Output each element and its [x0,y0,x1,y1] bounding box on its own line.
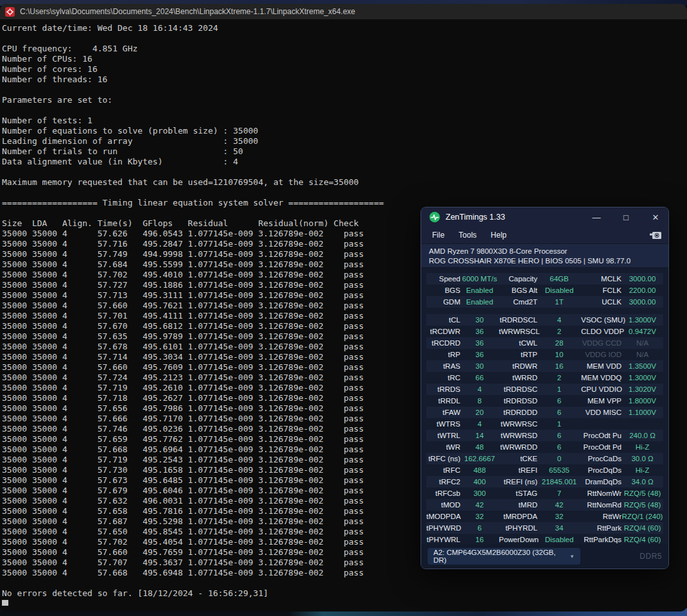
timing-label: tRCDRD [426,337,460,349]
timing-value: 42 [537,499,581,511]
timing-label: tMRD [499,499,537,511]
console-window-title: C:\Users\sylva\Documents\Documents_2024\… [20,7,355,16]
timing-label: VDD MISC [581,407,622,418]
timings-row: tRRDS4tRDRDSC1CPU VDDIO1.3020V [426,383,663,395]
timing-label: ProcOdt Pu [581,430,622,441]
timing-label: RttNomWr [581,488,622,499]
timing-value: 2200.00 [622,285,663,296]
timings-row: BGSEnabledBGS AltDisabledFCLK2200.00 [426,285,663,296]
timing-label: tRP [426,349,460,360]
timing-label: MEM VDD [581,360,622,372]
timing-label: Speed [426,273,460,285]
minimize-button[interactable]: — [587,209,606,225]
system-info-panel: AMD Ryzen 7 9800X3D 8-Core Processor ROG… [421,243,668,268]
timing-label: tSTAG [499,488,537,499]
memory-speed-table: Speed6000 MT/sCapacity64GBMCLK3000.00BGS… [426,273,663,308]
timing-value: 1.3500V [622,360,663,372]
timing-label: tRC [426,372,460,383]
timing-value: Enabled [460,296,499,308]
zentimings-statusbar: A2: CMP64GX5M2B6000Z30 (32GB, DR) ▼ DDR5 [421,544,668,568]
timing-label: ProcDqDs [581,464,622,476]
timings-row: tMOD42tMRD42RttNomRdRZQ/5 (48) [426,499,663,511]
timings-row: tCL30tRDRDSCL4VSOC (SMU)1.3000V [426,314,663,326]
timing-label: MCLK [581,273,622,285]
timing-value: 0.9472V [622,326,663,337]
timing-value: 34 [537,522,581,534]
timing-label: MEM VPP [581,395,622,407]
close-button[interactable]: ✕ [646,209,665,225]
timing-value: N/A [622,349,663,360]
timing-label: VSOC (SMU) [581,314,622,326]
timing-label: tRFCsb [426,488,460,499]
timing-value: 30 [460,360,499,372]
timing-value: 6 [537,430,581,441]
timing-value: 7 [537,488,581,499]
timing-label: tMRDPDA [499,511,537,522]
timing-value: 162.6667 [460,453,499,464]
timing-label: FCLK [581,285,622,296]
timing-label: VDDG CCD [581,337,622,349]
terminal-cursor [2,600,8,606]
timing-label: tRRDS [426,383,460,395]
timing-value: 36 [460,337,499,349]
timing-label: RttPark [581,522,622,534]
timing-label: tRFC [426,464,460,476]
timing-label: tWRWRSC [499,418,537,430]
timing-label: tRDRDDD [499,407,537,418]
timing-value: 2 [537,326,581,337]
timing-value: Hi-Z [622,464,663,476]
menu-file[interactable]: File [425,231,451,240]
timing-value: 6 [460,522,499,534]
timings-row: tWTRS4tWRWRSC1 [426,418,663,430]
timing-value: RZQ/5 (48) [622,499,663,511]
timing-value: RZQ/1 (240) [622,511,663,522]
timing-label: tRDRDSD [499,395,537,407]
timing-label: BGS [426,285,460,296]
menu-help[interactable]: Help [483,231,514,240]
timing-value: 28 [537,337,581,349]
timing-value: 1T [537,296,581,308]
timing-value: 30 [460,314,499,326]
timings-row: GDMEnabledCmd2T1TUCLK3000.00 [426,296,663,308]
timing-value: 8 [460,395,499,407]
timing-value: RZQ/5 (48) [622,488,663,499]
menu-tools[interactable]: Tools [451,231,483,240]
timing-label: tFAW [426,407,460,418]
timing-value: Enabled [460,285,499,296]
timing-label: tMOD [426,499,460,511]
timing-value: 64GB [537,273,581,285]
timing-label: tRFC2 [426,476,460,488]
timing-value: 6 [537,441,581,453]
timing-label: tWRWRSCL [499,326,537,337]
timings-row: tRFC488tREFI65535ProcDqDsHi-Z [426,464,663,476]
timing-label: tCL [426,314,460,326]
timing-label: tWTRL [426,430,460,441]
timing-label: tRDRDSC [499,383,537,395]
timing-value: 1.3000V [622,314,663,326]
timing-value: 48 [460,441,499,453]
timings-row: tRFC2400tREFI (ns)21845.001DramDqDs34.0 … [426,476,663,488]
timing-label: tWTRS [426,418,460,430]
screenshot-camera-icon[interactable] [650,231,662,240]
maximize-button[interactable]: □ [616,209,636,225]
zentimings-app-icon [429,211,440,223]
zentimings-titlebar[interactable]: ZenTimings 1.33 — □ ✕ [421,207,668,227]
cpu-name: AMD Ryzen 7 9800X3D 8-Core Processor [429,247,661,256]
timings-row: tRFC (ns)162.6667tCKE0ProcCaDs30.0 Ω [426,453,663,464]
timing-label: tWRWRSD [499,430,537,441]
timings-row: tWTRL14tWRWRSD6ProcOdt Pu240.0 Ω [426,430,663,441]
timing-value: 1.3000V [622,372,663,383]
timing-label: tCWL [499,337,537,349]
console-titlebar[interactable]: C:\Users\sylva\Documents\Documents_2024\… [0,4,687,19]
timing-value: 4 [460,418,499,430]
timings-row: tWR48tWRWRDD6ProcOdt PdHi-Z [426,441,663,453]
timing-label: RttWr [581,511,622,522]
timing-value: 30.0 Ω [622,453,663,464]
timings-row: tRC66tWRRD2MEM VDDQ1.3000V [426,372,663,383]
timing-value: 16 [537,360,581,372]
linpack-app-icon [5,7,15,17]
timing-value: 6 [537,395,581,407]
timing-label: tRAS [426,360,460,372]
dimm-selector-dropdown[interactable]: A2: CMP64GX5M2B6000Z30 (32GB, DR) ▼ [428,548,580,565]
timing-value: 4 [460,383,499,395]
